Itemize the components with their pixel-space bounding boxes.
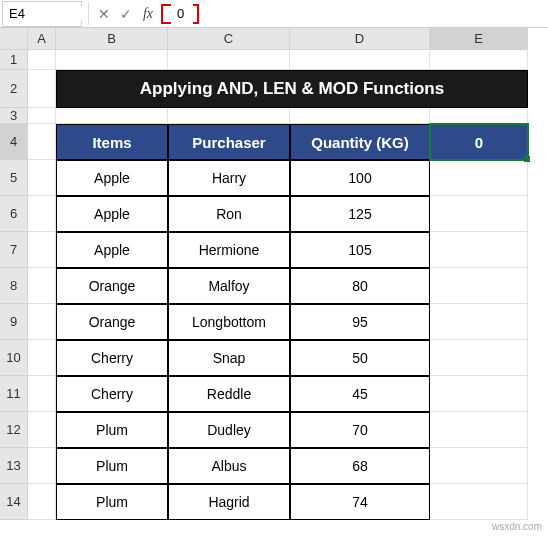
header-purchaser[interactable]: Purchaser (168, 124, 290, 160)
row-header-5[interactable]: 5 (0, 160, 28, 196)
formula-bar: ▾ ✕ ✓ fx (0, 0, 548, 28)
cell-item[interactable]: Apple (56, 232, 168, 268)
col-header-B[interactable]: B (56, 28, 168, 50)
cell-qty[interactable]: 80 (290, 268, 430, 304)
cell-A5[interactable] (28, 160, 56, 196)
cell-qty[interactable]: 125 (290, 196, 430, 232)
cell-qty[interactable]: 45 (290, 376, 430, 412)
row-header-9[interactable]: 9 (0, 304, 28, 340)
cell-item[interactable]: Apple (56, 196, 168, 232)
cell-purchaser[interactable]: Hagrid (168, 484, 290, 520)
row-header-7[interactable]: 7 (0, 232, 28, 268)
cell-A4[interactable] (28, 124, 56, 160)
column-headers: A B C D E (0, 28, 548, 50)
formula-highlight (161, 4, 199, 24)
cell-qty[interactable]: 105 (290, 232, 430, 268)
row-header-13[interactable]: 13 (0, 448, 28, 484)
cell-A11[interactable] (28, 376, 56, 412)
header-quantity[interactable]: Quantity (KG) (290, 124, 430, 160)
cell-A12[interactable] (28, 412, 56, 448)
cell-purchaser[interactable]: Ron (168, 196, 290, 232)
cell-A6[interactable] (28, 196, 56, 232)
cell-item[interactable]: Apple (56, 160, 168, 196)
cell-E14[interactable] (430, 484, 528, 520)
cell-qty[interactable]: 100 (290, 160, 430, 196)
cell-E12[interactable] (430, 412, 528, 448)
cell-C3[interactable] (168, 108, 290, 124)
cell-E4[interactable]: 0 (430, 124, 528, 160)
cell-E7[interactable] (430, 232, 528, 268)
col-header-A[interactable]: A (28, 28, 56, 50)
header-items[interactable]: Items (56, 124, 168, 160)
select-all-corner[interactable] (0, 28, 28, 50)
cell-E8[interactable] (430, 268, 528, 304)
cell-A2[interactable] (28, 70, 56, 108)
separator (88, 3, 89, 25)
cell-item[interactable]: Plum (56, 448, 168, 484)
col-header-D[interactable]: D (290, 28, 430, 50)
cell-item[interactable]: Orange (56, 268, 168, 304)
cell-A9[interactable] (28, 304, 56, 340)
cell-item[interactable]: Plum (56, 412, 168, 448)
cell-A3[interactable] (28, 108, 56, 124)
cell-qty[interactable]: 70 (290, 412, 430, 448)
cell-E13[interactable] (430, 448, 528, 484)
cell-E1[interactable] (430, 50, 528, 70)
cell-A8[interactable] (28, 268, 56, 304)
spreadsheet-grid: A B C D E 1 2 Applying AND, LEN & MOD Fu… (0, 28, 548, 520)
cell-D3[interactable] (290, 108, 430, 124)
cell-qty[interactable]: 74 (290, 484, 430, 520)
cell-D1[interactable] (290, 50, 430, 70)
cancel-icon[interactable]: ✕ (93, 3, 115, 25)
row-header-11[interactable]: 11 (0, 376, 28, 412)
row-header-4[interactable]: 4 (0, 124, 28, 160)
row-header-2[interactable]: 2 (0, 70, 28, 108)
cell-purchaser[interactable]: Reddle (168, 376, 290, 412)
cell-E3[interactable] (430, 108, 528, 124)
cell-A13[interactable] (28, 448, 56, 484)
watermark: wsxdn.com (492, 521, 542, 532)
cell-A10[interactable] (28, 340, 56, 376)
row-header-6[interactable]: 6 (0, 196, 28, 232)
fx-icon[interactable]: fx (137, 3, 159, 25)
row-header-12[interactable]: 12 (0, 412, 28, 448)
row-header-3[interactable]: 3 (0, 108, 28, 124)
cell-E9[interactable] (430, 304, 528, 340)
formula-input[interactable] (171, 3, 193, 25)
cell-purchaser[interactable]: Snap (168, 340, 290, 376)
cell-purchaser[interactable]: Hermione (168, 232, 290, 268)
cell-qty[interactable]: 95 (290, 304, 430, 340)
cell-qty[interactable]: 50 (290, 340, 430, 376)
cell-E10[interactable] (430, 340, 528, 376)
name-box[interactable]: ▾ (2, 1, 82, 27)
title-cell[interactable]: Applying AND, LEN & MOD Functions (56, 70, 528, 108)
cell-C1[interactable] (168, 50, 290, 70)
cell-item[interactable]: Cherry (56, 340, 168, 376)
cell-A7[interactable] (28, 232, 56, 268)
cell-purchaser[interactable]: Malfoy (168, 268, 290, 304)
cell-A1[interactable] (28, 50, 56, 70)
col-header-C[interactable]: C (168, 28, 290, 50)
cell-item[interactable]: Orange (56, 304, 168, 340)
cell-B3[interactable] (56, 108, 168, 124)
row-header-1[interactable]: 1 (0, 50, 28, 70)
cell-purchaser[interactable]: Dudley (168, 412, 290, 448)
cell-purchaser[interactable]: Longbottom (168, 304, 290, 340)
row-header-10[interactable]: 10 (0, 340, 28, 376)
cell-E5[interactable] (430, 160, 528, 196)
cell-purchaser[interactable]: Harry (168, 160, 290, 196)
cell-A14[interactable] (28, 484, 56, 520)
cell-item[interactable]: Plum (56, 484, 168, 520)
cell-B1[interactable] (56, 50, 168, 70)
confirm-icon[interactable]: ✓ (115, 3, 137, 25)
cell-E6[interactable] (430, 196, 528, 232)
cell-item[interactable]: Cherry (56, 376, 168, 412)
col-header-E[interactable]: E (430, 28, 528, 50)
cell-E11[interactable] (430, 376, 528, 412)
row-header-14[interactable]: 14 (0, 484, 28, 520)
row-header-8[interactable]: 8 (0, 268, 28, 304)
cell-purchaser[interactable]: Albus (168, 448, 290, 484)
cell-qty[interactable]: 68 (290, 448, 430, 484)
